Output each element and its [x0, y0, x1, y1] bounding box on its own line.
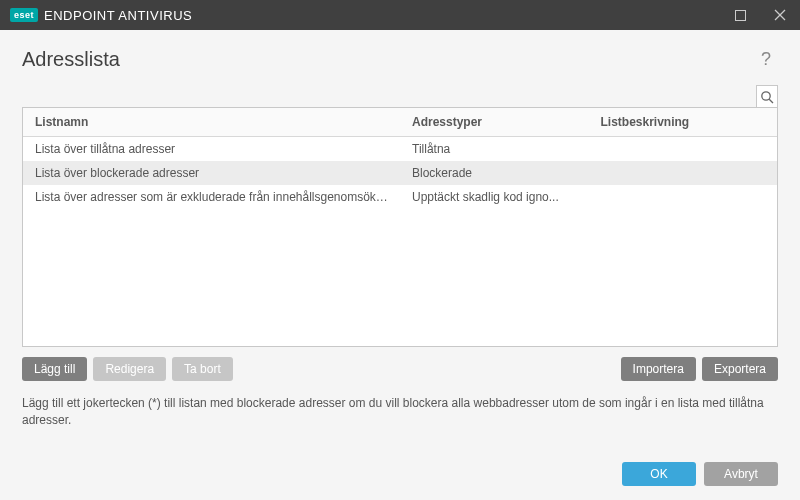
content-area: Adresslista ? Listnamn Adresstyper Listb…	[0, 30, 800, 500]
help-button[interactable]: ?	[754, 49, 778, 70]
column-header-type[interactable]: Adresstyper	[400, 108, 589, 137]
table-cell-name: Lista över tillåtna adresser	[23, 137, 400, 162]
address-list-table: Listnamn Adresstyper Listbeskrivning Lis…	[22, 107, 778, 347]
table-cell-desc	[589, 137, 778, 162]
hint-text: Lägg till ett jokertecken (*) till lista…	[22, 395, 778, 430]
svg-line-4	[769, 99, 773, 103]
ok-button[interactable]: OK	[622, 462, 696, 486]
table-cell-type: Tillåtna	[400, 137, 589, 162]
app-title: ENDPOINT ANTIVIRUS	[44, 8, 192, 23]
table-cell-desc	[589, 185, 778, 209]
search-icon	[760, 90, 774, 104]
edit-button[interactable]: Redigera	[93, 357, 166, 381]
brand-badge: eset	[10, 8, 38, 22]
search-button[interactable]	[756, 85, 778, 107]
table-cell-desc	[589, 161, 778, 185]
table-row[interactable]: Lista över adresser som är exkluderade f…	[23, 185, 777, 209]
table-cell-type: Blockerade	[400, 161, 589, 185]
table-row[interactable]: Lista över blockerade adresserBlockerade	[23, 161, 777, 185]
table-row[interactable]: Lista över tillåtna adresserTillåtna	[23, 137, 777, 162]
add-button[interactable]: Lägg till	[22, 357, 87, 381]
window-maximize-button[interactable]	[720, 0, 760, 30]
column-header-name[interactable]: Listnamn	[23, 108, 400, 137]
export-button[interactable]: Exportera	[702, 357, 778, 381]
table-cell-type: Upptäckt skadlig kod igno...	[400, 185, 589, 209]
svg-rect-0	[735, 10, 745, 20]
table-cell-name: Lista över adresser som är exkluderade f…	[23, 185, 400, 209]
import-button[interactable]: Importera	[621, 357, 696, 381]
svg-point-3	[762, 91, 770, 99]
page-title: Adresslista	[22, 48, 120, 71]
table-cell-name: Lista över blockerade adresser	[23, 161, 400, 185]
column-header-desc[interactable]: Listbeskrivning	[589, 108, 778, 137]
delete-button[interactable]: Ta bort	[172, 357, 233, 381]
window-close-button[interactable]	[760, 0, 800, 30]
titlebar: eset ENDPOINT ANTIVIRUS	[0, 0, 800, 30]
cancel-button[interactable]: Avbryt	[704, 462, 778, 486]
